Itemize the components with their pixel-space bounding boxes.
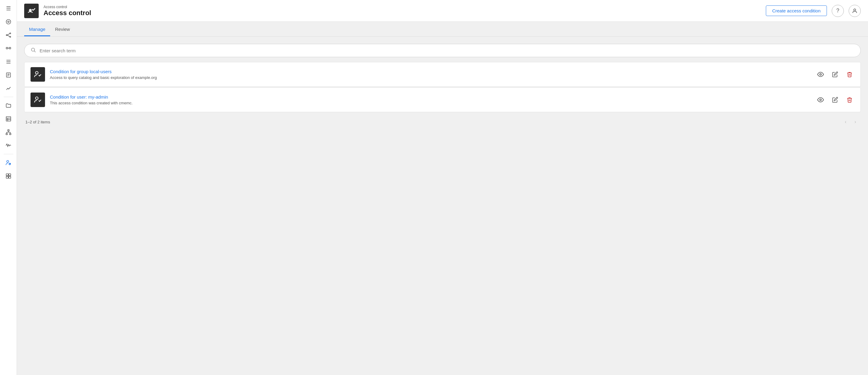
header-subtitle: Access control bbox=[43, 5, 91, 9]
trend-icon bbox=[5, 85, 11, 91]
list-item: Condition for group local-users Access t… bbox=[24, 62, 861, 87]
svg-rect-17 bbox=[6, 117, 10, 121]
svg-line-37 bbox=[34, 51, 35, 52]
nav-graph[interactable] bbox=[2, 29, 14, 41]
item-1-text: Condition for group local-users Access t… bbox=[50, 69, 811, 80]
item-2-title[interactable]: Condition for user: my-admin bbox=[50, 94, 811, 99]
svg-rect-32 bbox=[6, 176, 8, 178]
header-title: Access control bbox=[43, 9, 91, 17]
table-icon bbox=[5, 116, 11, 122]
nav-divider-2 bbox=[4, 154, 13, 154]
access-control-icon bbox=[5, 160, 11, 166]
svg-point-35 bbox=[854, 9, 856, 11]
item-2-actions bbox=[816, 95, 855, 105]
hierarchy-icon bbox=[5, 129, 11, 135]
item-2-text: Condition for user: my-admin This access… bbox=[50, 94, 811, 105]
user-profile-button[interactable] bbox=[849, 5, 861, 17]
svg-point-34 bbox=[29, 9, 32, 11]
svg-point-1 bbox=[7, 21, 9, 23]
svg-point-3 bbox=[10, 33, 10, 34]
help-icon: ? bbox=[836, 7, 839, 14]
nav-divider-1 bbox=[4, 97, 13, 97]
nav-dashboard[interactable] bbox=[2, 170, 14, 182]
dashboard-icon bbox=[5, 173, 11, 179]
svg-rect-22 bbox=[6, 133, 7, 135]
signal-icon bbox=[5, 142, 11, 148]
item-1-actions bbox=[816, 69, 855, 79]
tab-manage[interactable]: Manage bbox=[24, 22, 50, 36]
item-1-edit-button[interactable] bbox=[830, 69, 840, 79]
help-button[interactable]: ? bbox=[832, 5, 844, 17]
svg-rect-23 bbox=[9, 133, 11, 135]
item-1-delete-button[interactable] bbox=[845, 69, 855, 79]
svg-point-38 bbox=[35, 71, 38, 74]
pagination-controls: ‹ › bbox=[841, 118, 860, 126]
content-area: Manage Review Condition for bbox=[17, 22, 868, 375]
svg-point-28 bbox=[7, 161, 9, 163]
svg-point-36 bbox=[31, 48, 35, 51]
header: Access control Access control Create acc… bbox=[17, 0, 868, 22]
create-access-condition-button[interactable]: Create access condition bbox=[766, 5, 827, 16]
item-1-title[interactable]: Condition for group local-users bbox=[50, 69, 811, 74]
nav-notes[interactable] bbox=[2, 69, 14, 81]
svg-point-39 bbox=[819, 74, 822, 75]
svg-point-40 bbox=[35, 97, 38, 99]
nav-table[interactable] bbox=[2, 113, 14, 125]
search-icon bbox=[31, 47, 36, 54]
explore-icon bbox=[5, 19, 11, 25]
nav-access-control[interactable] bbox=[2, 157, 14, 169]
svg-rect-21 bbox=[7, 130, 9, 131]
nav-explore[interactable] bbox=[2, 16, 14, 28]
hamburger-icon: ☰ bbox=[6, 5, 11, 12]
user-icon bbox=[852, 8, 858, 14]
folder-icon bbox=[5, 103, 11, 109]
item-2-view-button[interactable] bbox=[816, 95, 826, 105]
search-input[interactable] bbox=[39, 48, 855, 53]
item-2-delete-button[interactable] bbox=[845, 95, 855, 105]
search-box bbox=[24, 44, 861, 57]
pagination-summary: 1–2 of 2 items bbox=[25, 120, 50, 124]
svg-rect-31 bbox=[8, 174, 10, 176]
header-titles: Access control Access control bbox=[43, 5, 91, 17]
list-item: Condition for user: my-admin This access… bbox=[24, 87, 861, 112]
item-2-edit-button[interactable] bbox=[830, 95, 840, 105]
svg-point-4 bbox=[10, 36, 10, 37]
nav-folder[interactable] bbox=[2, 99, 14, 112]
nav-signal[interactable] bbox=[2, 139, 14, 151]
svg-rect-8 bbox=[9, 48, 10, 49]
item-2-desc: This access condition was created with c… bbox=[50, 101, 811, 105]
tabs-bar: Manage Review bbox=[17, 22, 868, 37]
pagination: 1–2 of 2 items ‹ › bbox=[24, 113, 861, 126]
svg-line-5 bbox=[7, 34, 9, 35]
svg-point-41 bbox=[819, 99, 822, 101]
logo-icon bbox=[27, 6, 36, 16]
svg-rect-7 bbox=[6, 48, 7, 49]
svg-rect-33 bbox=[8, 176, 10, 178]
svg-point-0 bbox=[6, 20, 10, 24]
list-icon bbox=[5, 59, 11, 65]
items-list: Condition for group local-users Access t… bbox=[24, 62, 861, 112]
svg-line-6 bbox=[7, 35, 9, 37]
tab-review[interactable]: Review bbox=[50, 22, 75, 36]
item-1-icon bbox=[31, 67, 45, 82]
person-check-icon bbox=[34, 70, 42, 78]
pipeline-icon bbox=[5, 46, 11, 51]
app-logo bbox=[24, 4, 39, 18]
hamburger-menu[interactable]: ☰ bbox=[2, 2, 14, 15]
svg-point-2 bbox=[6, 34, 7, 35]
svg-rect-30 bbox=[6, 174, 8, 176]
pagination-prev-button[interactable]: ‹ bbox=[841, 118, 850, 126]
item-2-icon bbox=[31, 92, 45, 107]
nav-pipeline[interactable] bbox=[2, 42, 14, 54]
graph-icon bbox=[5, 32, 11, 38]
person-check-icon-2 bbox=[34, 96, 42, 104]
page-content: Condition for group local-users Access t… bbox=[17, 37, 868, 133]
nav-hierarchy[interactable] bbox=[2, 126, 14, 138]
notes-icon bbox=[5, 72, 11, 78]
nav-trend[interactable] bbox=[2, 82, 14, 94]
item-1-desc: Access to query catalog and basic explor… bbox=[50, 75, 811, 80]
pagination-next-button[interactable]: › bbox=[851, 118, 860, 126]
nav-list[interactable] bbox=[2, 56, 14, 68]
item-1-view-button[interactable] bbox=[816, 69, 826, 79]
main-area: Access control Access control Create acc… bbox=[17, 0, 868, 375]
